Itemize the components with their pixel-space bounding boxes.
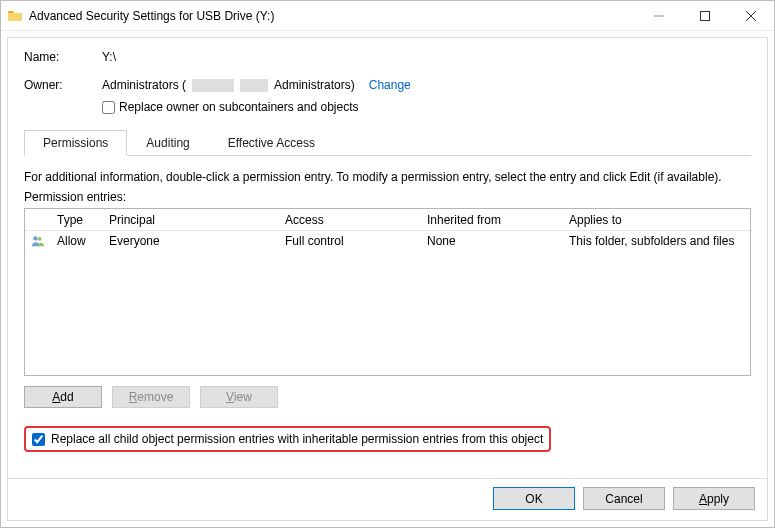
tab-effective-access[interactable]: Effective Access [209, 130, 334, 156]
owner-prefix: Administrators ( [102, 78, 186, 92]
tab-auditing[interactable]: Auditing [127, 130, 208, 156]
cell-applies: This folder, subfolders and files [563, 232, 750, 250]
col-header-access[interactable]: Access [279, 210, 421, 230]
col-header-inherited[interactable]: Inherited from [421, 210, 563, 230]
maximize-button[interactable] [682, 1, 728, 31]
name-label: Name: [24, 50, 102, 64]
entry-buttons-row: Add Remove View [24, 386, 751, 408]
window: Advanced Security Settings for USB Drive… [0, 0, 775, 528]
replace-owner-label: Replace owner on subcontainers and objec… [119, 100, 358, 114]
permission-entries-label: Permission entries: [24, 190, 751, 204]
ok-button[interactable]: OK [493, 487, 575, 510]
redacted-block [192, 79, 234, 92]
col-header-type[interactable]: Type [51, 210, 103, 230]
col-header-applies[interactable]: Applies to [563, 210, 750, 230]
tab-bar: Permissions Auditing Effective Access [24, 130, 751, 156]
minimize-button[interactable] [636, 1, 682, 31]
info-text: For additional information, double-click… [24, 170, 751, 184]
close-button[interactable] [728, 1, 774, 31]
replace-owner-row: Replace owner on subcontainers and objec… [102, 100, 751, 114]
owner-value: Administrators ( Administrators) Change [102, 78, 411, 92]
principals-icon [25, 232, 51, 250]
content-area: Name: Y:\ Owner: Administrators ( Admini… [7, 37, 768, 478]
apply-button[interactable]: Apply [673, 487, 755, 510]
dialog-footer: OK Cancel Apply [7, 478, 768, 521]
name-value: Y:\ [102, 50, 116, 64]
titlebar: Advanced Security Settings for USB Drive… [1, 1, 774, 31]
cancel-button[interactable]: Cancel [583, 487, 665, 510]
permission-entries-grid[interactable]: Type Principal Access Inherited from App… [24, 208, 751, 376]
col-header-principal[interactable]: Principal [103, 210, 279, 230]
remove-button: Remove [112, 386, 190, 408]
change-owner-link[interactable]: Change [369, 78, 411, 92]
svg-point-1 [33, 236, 37, 240]
replace-child-label: Replace all child object permission entr… [51, 432, 543, 446]
table-row[interactable]: Allow Everyone Full control None This fo… [25, 231, 750, 251]
cell-access: Full control [279, 232, 421, 250]
window-title: Advanced Security Settings for USB Drive… [29, 9, 274, 23]
view-button: View [200, 386, 278, 408]
owner-suffix: Administrators) [274, 78, 355, 92]
cell-principal: Everyone [103, 232, 279, 250]
cell-type: Allow [51, 232, 103, 250]
replace-child-checkbox[interactable] [32, 433, 45, 446]
redacted-block [240, 79, 268, 92]
tab-permissions[interactable]: Permissions [24, 130, 127, 156]
grid-header-row: Type Principal Access Inherited from App… [25, 209, 750, 231]
add-button[interactable]: Add [24, 386, 102, 408]
replace-child-highlight: Replace all child object permission entr… [24, 426, 551, 452]
cell-inherited: None [421, 232, 563, 250]
svg-point-2 [38, 237, 42, 241]
svg-rect-0 [701, 11, 710, 20]
folder-icon [7, 8, 23, 24]
owner-label: Owner: [24, 78, 102, 92]
replace-owner-checkbox[interactable] [102, 101, 115, 114]
